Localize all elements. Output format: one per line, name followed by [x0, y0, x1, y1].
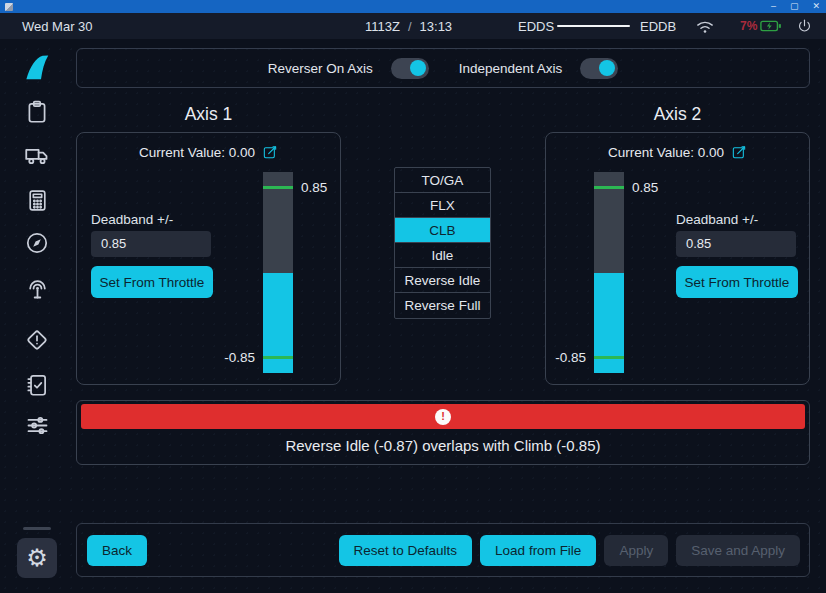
checklist-icon[interactable] [17, 365, 57, 405]
power-icon[interactable] [796, 13, 813, 39]
ground-vehicle-icon[interactable] [17, 135, 57, 175]
flight-progress-line [557, 25, 630, 27]
axis-options-bar: Reverser On Axis Independent Axis [76, 48, 810, 88]
time-separator: / [408, 19, 412, 34]
reverser-on-axis-label: Reverser On Axis [268, 61, 373, 76]
airline-logo-icon[interactable] [17, 48, 57, 88]
detent-reverse-idle[interactable]: Reverse Idle [395, 268, 490, 293]
axis2-title: Axis 2 [545, 104, 810, 125]
marker-high-label: 0.85 [301, 180, 327, 195]
independent-axis-label: Independent Axis [459, 61, 563, 76]
reset-to-defaults-button[interactable]: Reset to Defaults [339, 535, 473, 566]
footer-bar: Back Reset to Defaults Load from File Ap… [76, 523, 810, 577]
axis2-deadband-label: Deadband +/- [676, 212, 758, 227]
save-and-apply-button[interactable]: Save and Apply [676, 535, 800, 566]
tuning-sliders-icon[interactable] [17, 405, 57, 445]
warning-diamond-icon[interactable] [17, 320, 57, 360]
detent-toga[interactable]: TO/GA [395, 168, 490, 193]
wifi-icon [694, 13, 716, 39]
detent-clb[interactable]: CLB [395, 218, 490, 243]
axis1-slider[interactable]: 0.85 -0.85 [263, 172, 293, 373]
axis1-current-value: Current Value: 0.00 [139, 145, 255, 160]
error-banner: ! Reverse Idle (-0.87) overlaps with Cli… [76, 400, 810, 465]
independent-axis-toggle[interactable] [580, 58, 618, 79]
battery-percent: 7% [740, 13, 757, 39]
marker-low[interactable]: -0.85 [263, 356, 293, 359]
marker-high[interactable]: 0.85 [594, 186, 624, 189]
status-date: Wed Mar 30 [22, 13, 93, 39]
detent-reverse-full[interactable]: Reverse Full [395, 293, 490, 318]
apply-button[interactable]: Apply [604, 535, 668, 566]
axis2-panel: Current Value: 0.00 0.85 -0.85 Deadband … [545, 132, 810, 385]
error-icon: ! [435, 409, 451, 425]
zulu-time: 1113Z [365, 19, 400, 34]
marker-low-label: -0.85 [224, 350, 255, 365]
departure-airport: EDDS [518, 13, 554, 39]
window-maximize-button[interactable]: ▢ [790, 0, 799, 13]
compass-icon[interactable] [17, 223, 57, 263]
edit-icon[interactable] [262, 144, 278, 160]
gear-icon: ⚙ [26, 546, 48, 570]
transmitter-icon[interactable] [17, 268, 57, 308]
local-time: 13:13 [420, 19, 453, 34]
axis2-slider[interactable]: 0.85 -0.85 [594, 172, 624, 373]
axis2-current-value: Current Value: 0.00 [608, 145, 724, 160]
axis2-deadband-input[interactable]: 0.85 [676, 231, 796, 257]
status-bar: Wed Mar 30 1113Z / 13:13 EDDS EDDB 7% [0, 13, 826, 39]
window-close-button[interactable]: ✕ [812, 0, 820, 13]
clipboard-icon[interactable] [17, 92, 57, 132]
edit-icon[interactable] [731, 144, 747, 160]
marker-low[interactable]: -0.85 [594, 356, 624, 359]
back-button[interactable]: Back [87, 535, 147, 566]
axis1-deadband-input[interactable]: 0.85 [91, 231, 211, 257]
load-from-file-button[interactable]: Load from File [480, 535, 596, 566]
error-header: ! [81, 404, 805, 429]
app-icon [5, 3, 13, 11]
axis1-title: Axis 1 [76, 104, 341, 125]
sidebar-divider [23, 527, 51, 530]
reverser-on-axis-toggle[interactable] [391, 58, 429, 79]
axis1-set-from-throttle-button[interactable]: Set From Throttle [91, 266, 213, 298]
marker-low-label: -0.85 [555, 350, 586, 365]
window-minimize-button[interactable]: – [771, 0, 776, 13]
detent-flx[interactable]: FLX [395, 193, 490, 218]
arrival-airport: EDDB [640, 13, 676, 39]
axis2-set-from-throttle-button[interactable]: Set From Throttle [676, 266, 798, 298]
marker-high-label: 0.85 [632, 180, 658, 195]
axis1-panel: Current Value: 0.00 0.85 -0.85 Deadband … [76, 132, 341, 385]
battery-charging-icon [760, 13, 782, 39]
toggle-knob [599, 60, 615, 76]
toggle-knob [410, 60, 426, 76]
marker-high[interactable]: 0.85 [263, 186, 293, 189]
calculator-icon[interactable] [17, 180, 57, 220]
window-titlebar: – ▢ ✕ [0, 0, 826, 13]
error-message: Reverse Idle (-0.87) overlaps with Climb… [77, 437, 809, 454]
detent-idle[interactable]: Idle [395, 243, 490, 268]
axis1-deadband-label: Deadband +/- [91, 212, 173, 227]
settings-gear-button[interactable]: ⚙ [17, 538, 57, 578]
detent-list: TO/GA FLX CLB Idle Reverse Idle Reverse … [394, 167, 491, 319]
app-window: – ▢ ✕ Wed Mar 30 1113Z / 13:13 EDDS EDDB… [0, 0, 826, 593]
